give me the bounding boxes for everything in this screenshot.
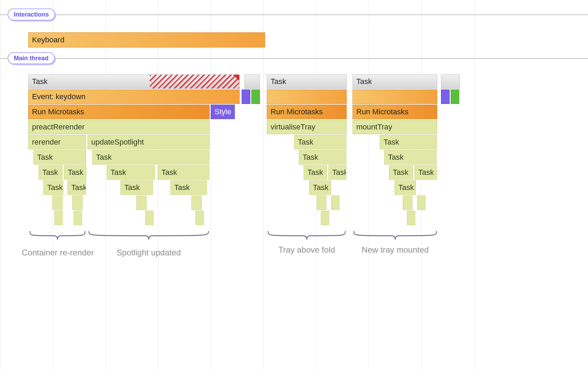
bar-label: updateSpotlight — [91, 138, 144, 147]
bar-label: Run Microtasks — [32, 107, 84, 116]
task-leaf[interactable]: Task — [299, 150, 346, 165]
task-leaf[interactable]: Task — [309, 180, 331, 195]
long-task-hatch — [150, 75, 240, 88]
task-leaf[interactable]: Task — [39, 165, 63, 180]
main-thread-pill[interactable]: Main thread — [8, 52, 55, 64]
task-leaf[interactable]: Task — [92, 150, 209, 165]
bar-label: Task — [68, 168, 83, 177]
task-tiny[interactable] — [196, 211, 204, 225]
task-tiny[interactable] — [403, 196, 412, 210]
bar-label: Task — [71, 183, 86, 192]
bar-label: Task — [111, 168, 126, 177]
brace-container-rerender — [29, 230, 86, 242]
bar-label: Task — [174, 183, 190, 192]
task-sliver[interactable] — [244, 74, 260, 89]
task-leaf[interactable]: Task — [380, 135, 437, 149]
brace-label: New tray mounted — [362, 245, 429, 255]
task-leaf[interactable]: Task — [158, 165, 209, 180]
keyboard-bar[interactable]: Keyboard — [28, 32, 265, 48]
task-tiny[interactable] — [191, 196, 202, 210]
task-leaf[interactable]: Task — [294, 135, 346, 149]
run-microtasks-bar[interactable]: Run Microtasks — [267, 105, 347, 119]
tick-line — [211, 0, 211, 369]
run-microtasks-bar[interactable]: Run Microtasks — [28, 105, 210, 119]
tick-line — [105, 0, 106, 369]
preact-rerender-bar[interactable]: preactRerender — [28, 120, 210, 134]
event-bar[interactable] — [267, 89, 347, 104]
task-tiny[interactable] — [54, 211, 63, 225]
task-tiny[interactable] — [417, 196, 426, 210]
bar-label: Task — [37, 153, 53, 162]
task-leaf[interactable]: Task — [120, 180, 153, 195]
event-keydown-bar[interactable]: Event: keydown — [28, 89, 240, 104]
rerender-bar[interactable]: rerender — [28, 135, 86, 149]
interactions-rule — [0, 14, 588, 15]
bar-label: Task — [298, 138, 313, 147]
task-tiny[interactable] — [74, 211, 82, 225]
brace-label: Tray above fold — [279, 245, 335, 255]
bar-label: Task — [47, 183, 63, 192]
task-tiny[interactable] — [136, 196, 147, 210]
paint-sliver[interactable] — [242, 89, 250, 104]
run-microtasks-bar[interactable]: Run Microtasks — [353, 105, 437, 119]
main-thread-rule — [0, 58, 588, 59]
task-tiny[interactable] — [321, 211, 329, 225]
main-thread-label: Main thread — [14, 55, 49, 62]
task-leaf[interactable]: Task — [67, 180, 86, 195]
bar-label: Task — [356, 77, 372, 86]
task-bar[interactable]: Task — [28, 74, 240, 89]
virtualise-tray-bar[interactable]: virtualiseTray — [267, 120, 347, 134]
task-tiny[interactable] — [72, 196, 83, 210]
bar-label: Task — [271, 77, 286, 86]
bar-label: Task — [161, 168, 177, 177]
task-leaf[interactable]: Task — [107, 165, 155, 180]
bar-label: mountTray — [356, 123, 392, 131]
bar-label: Task — [313, 183, 328, 192]
task-leaf[interactable]: Task — [389, 165, 413, 180]
task-leaf[interactable]: Task — [328, 165, 346, 180]
task-leaf[interactable]: Task — [395, 180, 416, 195]
style-bar[interactable]: Style — [211, 105, 235, 119]
task-leaf[interactable]: Task — [64, 165, 86, 180]
paint-sliver[interactable] — [251, 89, 260, 104]
interactions-label: Interactions — [14, 11, 49, 18]
task-tiny[interactable] — [52, 196, 63, 210]
tick-line — [263, 0, 264, 369]
brace-label: Container re-render — [22, 248, 94, 257]
task-sliver[interactable] — [441, 74, 460, 89]
task-tiny[interactable] — [331, 196, 339, 210]
task-tiny[interactable] — [145, 211, 154, 225]
task-leaf[interactable]: Task — [384, 150, 437, 165]
bar-label: virtualiseTray — [271, 123, 315, 131]
update-spotlight-bar[interactable]: updateSpotlight — [87, 135, 210, 149]
paint-sliver[interactable] — [441, 89, 450, 104]
tick-line — [0, 0, 0, 369]
event-bar[interactable] — [353, 89, 437, 104]
mount-tray-bar[interactable]: mountTray — [353, 120, 437, 134]
bar-label: Task — [393, 168, 408, 177]
tick-line — [158, 0, 158, 369]
bar-label: Task — [96, 153, 112, 162]
brace-tray-above-fold — [267, 230, 346, 242]
task-bar[interactable]: Task — [353, 74, 437, 89]
paint-sliver[interactable] — [451, 89, 459, 104]
task-tiny[interactable] — [407, 211, 415, 225]
task-leaf[interactable]: Task — [33, 150, 86, 165]
bar-label: preactRerender — [32, 123, 85, 131]
interactions-pill[interactable]: Interactions — [8, 9, 55, 21]
bar-label: Keyboard — [32, 35, 64, 44]
bar-label: Task — [42, 168, 58, 177]
bar-label: Task — [384, 138, 399, 147]
task-bar[interactable]: Task — [267, 74, 347, 89]
task-leaf[interactable]: Task — [304, 165, 327, 180]
brace-spotlight-updated — [88, 230, 209, 242]
bar-label: Task — [307, 168, 323, 177]
bar-label: rerender — [32, 138, 61, 147]
task-tiny[interactable] — [317, 196, 326, 210]
tick-line — [474, 0, 474, 369]
task-leaf[interactable]: Task — [170, 180, 207, 195]
task-leaf[interactable]: Task — [43, 180, 63, 195]
brace-new-tray-mounted — [353, 230, 437, 242]
bar-label: Task — [124, 183, 140, 192]
task-leaf[interactable]: Task — [414, 165, 437, 180]
